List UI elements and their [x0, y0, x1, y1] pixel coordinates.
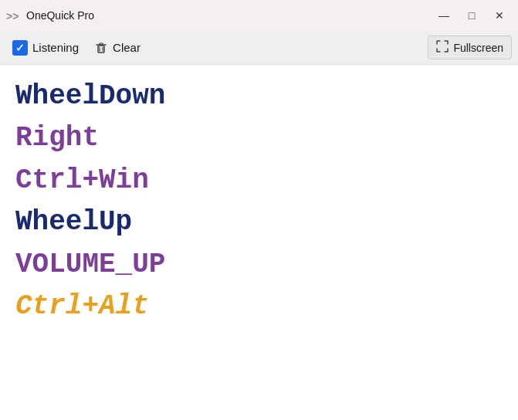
maximize-button[interactable]: □	[459, 5, 484, 26]
toolbar-left: Listening Clear	[6, 37, 425, 59]
close-button[interactable]: ✕	[487, 5, 512, 26]
svg-rect-3	[100, 43, 103, 45]
svg-text:>>: >>	[6, 10, 19, 22]
listening-label: Listening	[32, 41, 79, 54]
toolbar: Listening Clear Fullsc	[0, 31, 518, 65]
listening-checkbox-icon	[12, 40, 28, 56]
clear-label: Clear	[113, 41, 141, 54]
app-title: OneQuick Pro	[26, 9, 94, 22]
listening-button[interactable]: Listening	[6, 37, 85, 59]
clear-button[interactable]: Clear	[88, 38, 147, 58]
key-item: Ctrl+Alt	[15, 287, 503, 326]
key-item: Right	[15, 119, 503, 158]
svg-rect-1	[98, 46, 104, 52]
fullscreen-label: Fullscreen	[453, 42, 503, 54]
fullscreen-button[interactable]: Fullscreen	[428, 36, 512, 59]
key-item: WheelDown	[15, 77, 503, 116]
key-item: Ctrl+Win	[15, 161, 503, 200]
title-bar: >> OneQuick Pro — □ ✕	[0, 0, 518, 31]
key-item: WheelUp	[15, 203, 503, 242]
minimize-button[interactable]: —	[432, 5, 456, 26]
trash-icon	[94, 41, 108, 55]
key-item: VOLUME_UP	[15, 246, 503, 284]
title-bar-left: >> OneQuick Pro	[6, 8, 94, 23]
app-icon: >>	[6, 8, 22, 23]
content-area: WheelDownRightCtrl+WinWheelUpVOLUME_UPCt…	[0, 65, 518, 420]
title-bar-controls: — □ ✕	[432, 5, 512, 26]
fullscreen-icon	[436, 40, 449, 55]
